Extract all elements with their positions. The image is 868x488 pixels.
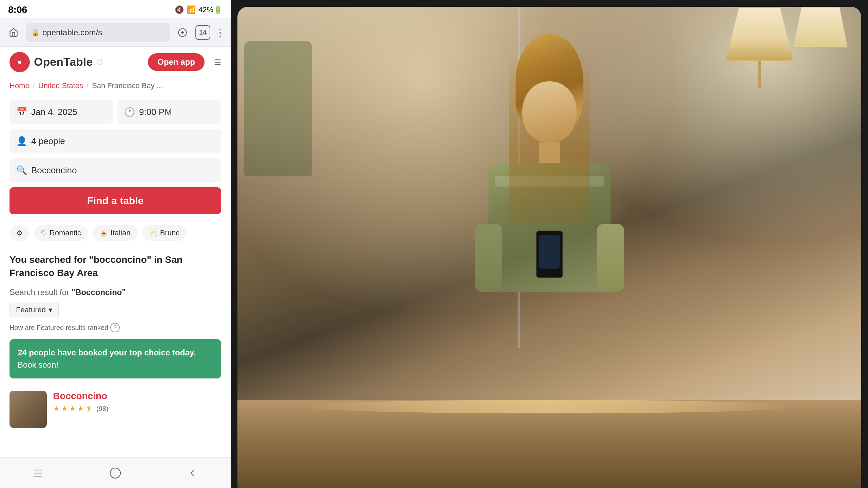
restaurant-stars: ★ ★ ★ ★ ⯨ (98)	[53, 404, 221, 413]
signal-icon: 📶	[187, 5, 196, 14]
settings-icon: ⚙	[16, 229, 22, 237]
restaurant-name: Bocconcino	[53, 391, 221, 402]
people-value: 4 people	[31, 136, 65, 147]
bottom-nav-menu[interactable]	[25, 463, 52, 483]
filter-chip-brunch[interactable]: 🥂 Brunc	[142, 225, 186, 241]
brunch-icon: 🥂	[149, 229, 157, 237]
logo-circle-dot: ●	[17, 58, 22, 66]
opentable-header: ● OpenTable ® Open app ≡	[0, 47, 231, 77]
filter-chip-italian[interactable]: 🍝 Italian	[93, 225, 137, 241]
booking-cta: Book soon!	[18, 360, 58, 369]
booking-count: 24 people have booked your top choice to…	[18, 348, 196, 357]
header-actions: Open app ≡	[148, 53, 221, 71]
booking-alert: 24 people have booked your top choice to…	[9, 339, 221, 378]
filter-chip-romantic[interactable]: ♡ Romantic	[34, 225, 88, 241]
table-surface	[237, 400, 861, 488]
bottom-nav-home[interactable]	[102, 463, 129, 483]
search-form: 📅 Jan 4, 2025 🕐 9:00 PM 👤 4 people 🔍 Boc…	[0, 94, 231, 220]
logo-circle: ●	[9, 52, 30, 72]
left-arm	[475, 224, 502, 292]
hamburger-menu-button[interactable]: ≡	[214, 55, 221, 69]
filter-chip-settings[interactable]: ⚙	[9, 225, 29, 241]
time-field[interactable]: 🕐 9:00 PM	[117, 100, 221, 124]
star-half: ⯨	[85, 404, 93, 413]
filter-chips: ⚙ ♡ Romantic 🍝 Italian 🥂 Brunc	[0, 220, 231, 246]
result-label-query: "Bocconcino"	[72, 288, 126, 297]
browser-bar: 🔒 opentable.com/s 14 ⋮	[0, 18, 231, 47]
chevron-down-icon: ▾	[49, 306, 52, 314]
star-1: ★	[53, 404, 60, 413]
opentable-logo: ● OpenTable ®	[9, 52, 103, 72]
status-bar: 8:06 🔇 📶 42%🔋	[0, 0, 231, 18]
star-2: ★	[61, 404, 68, 413]
lamp-stem	[758, 61, 761, 88]
breadcrumb-country[interactable]: United States	[38, 81, 83, 90]
lamp-2-shade	[793, 7, 848, 47]
browser-home-button[interactable]	[5, 24, 22, 41]
restaurant-search-field[interactable]: 🔍 Bocconcino	[9, 158, 221, 182]
heart-icon: ♡	[41, 229, 47, 237]
restaurant-thumb-image	[9, 391, 47, 428]
info-icon: ?	[110, 323, 120, 332]
restaurant-card[interactable]: Bocconcino ★ ★ ★ ★ ⯨ (98)	[9, 385, 221, 433]
bottom-nav	[0, 457, 231, 488]
clock-icon: 🕐	[124, 107, 135, 117]
battery-icon: 42%🔋	[198, 5, 223, 14]
plant-left	[244, 41, 312, 176]
brunch-label: Brunc	[160, 229, 179, 237]
restaurant-thumbnail	[9, 391, 47, 428]
browser-controls: 14 ⋮	[174, 24, 225, 41]
hero-image	[237, 7, 861, 488]
browser-address-bar[interactable]: 🔒 opentable.com/s	[26, 23, 170, 42]
result-label: Search result for "Bocconcino"	[9, 288, 221, 297]
browser-overflow-menu[interactable]: ⋮	[215, 26, 225, 38]
find-table-button[interactable]: Find a table	[9, 187, 221, 214]
mute-icon: 🔇	[175, 5, 184, 14]
star-4: ★	[77, 404, 84, 413]
romantic-label: Romantic	[50, 229, 81, 237]
phone-frame: 8:06 🔇 📶 42%🔋 🔒 opentable.com/s	[0, 0, 231, 488]
date-field[interactable]: 📅 Jan 4, 2025	[9, 100, 113, 124]
lamp-2	[793, 7, 861, 47]
person-silhouette	[448, 27, 651, 332]
browser-url: opentable.com/s	[42, 28, 102, 37]
date-value: Jan 4, 2025	[31, 107, 77, 117]
breadcrumb: Home / United States / San Francisco Bay…	[0, 77, 231, 94]
date-time-row: 📅 Jan 4, 2025 🕐 9:00 PM	[9, 100, 221, 124]
person-neck	[539, 142, 560, 163]
breadcrumb-location: San Francisco Bay ...	[92, 81, 163, 90]
breadcrumb-sep-1: /	[33, 81, 35, 90]
calendar-icon: 📅	[16, 107, 27, 117]
table-highlight	[300, 400, 799, 413]
booking-alert-text: 24 people have booked your top choice to…	[18, 347, 213, 371]
restaurant-info: Bocconcino ★ ★ ★ ★ ⯨ (98)	[53, 391, 221, 415]
search-query-title: You searched for "bocconcino" in San Fra…	[9, 253, 221, 279]
person-face	[522, 81, 577, 142]
phone-screen	[539, 235, 560, 269]
star-3: ★	[69, 404, 76, 413]
people-field[interactable]: 👤 4 people	[9, 129, 221, 153]
review-count: (98)	[96, 405, 109, 413]
status-time: 8:06	[8, 4, 27, 15]
time-value: 9:00 PM	[139, 107, 172, 117]
bottom-nav-back[interactable]	[179, 463, 206, 483]
breadcrumb-home[interactable]: Home	[9, 81, 30, 90]
italian-icon: 🍝	[99, 229, 108, 237]
status-icons: 🔇 📶 42%🔋	[175, 5, 223, 14]
logo-registered: ®	[97, 57, 103, 67]
body-stripe	[495, 176, 604, 187]
person-body	[488, 163, 611, 292]
search-icon: 🔍	[16, 165, 27, 176]
open-app-button[interactable]: Open app	[148, 53, 205, 71]
featured-dropdown[interactable]: Featured ▾	[9, 302, 59, 318]
lamp-shape	[712, 7, 807, 115]
search-results: You searched for "bocconcino" in San Fra…	[0, 246, 231, 440]
browser-tab-count[interactable]: 14	[195, 25, 210, 40]
breadcrumb-sep-2: /	[86, 81, 89, 90]
italian-label: Italian	[111, 229, 131, 237]
logo-text: OpenTable	[34, 55, 93, 69]
hero-section	[237, 7, 861, 488]
browser-add-tab-button[interactable]	[174, 24, 191, 41]
app-content: ● OpenTable ® Open app ≡ Home / United S…	[0, 47, 231, 457]
how-ranked-link[interactable]: How are Featured results ranked ?	[9, 323, 221, 332]
